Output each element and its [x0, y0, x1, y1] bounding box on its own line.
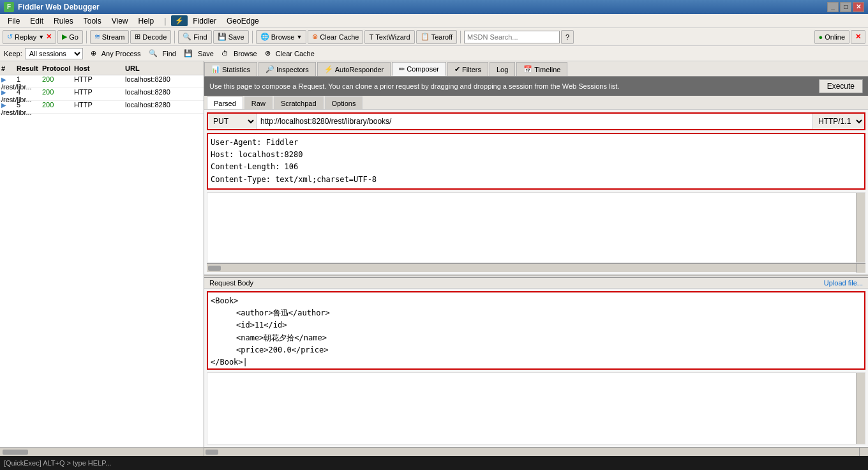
- clear-cache-button[interactable]: ⊗ Clear Cache: [308, 30, 363, 44]
- menu-help[interactable]: Help: [133, 15, 160, 27]
- session-host-5: localhost:8280: [125, 101, 202, 109]
- replay-button[interactable]: ↺ Replay ▼ ✕: [3, 30, 56, 44]
- tab-timeline[interactable]: 📅 Timeline: [516, 62, 567, 76]
- menu-tools[interactable]: Tools: [79, 15, 107, 27]
- composer-tab-options[interactable]: Options: [325, 96, 363, 109]
- decode-button[interactable]: ⊞ Decode: [130, 30, 171, 44]
- execute-button[interactable]: Execute: [819, 79, 863, 93]
- browse-sessions-label[interactable]: Browse: [234, 50, 257, 57]
- clear-cache-small-label[interactable]: Clear Cache: [276, 50, 315, 57]
- window-controls: _ □ ✕: [827, 2, 864, 12]
- keep-sessions-select[interactable]: All sessions 100 sessions 500 sessions: [25, 48, 83, 59]
- maximize-button[interactable]: □: [840, 2, 851, 12]
- table-row[interactable]: ▶ 4 200 HTTP localhost:8280 /rest/libr..…: [0, 88, 204, 101]
- close-button[interactable]: ✕: [853, 2, 864, 12]
- replay-x-icon[interactable]: ✕: [46, 33, 52, 41]
- header-user-agent: User-Agent: Fiddler: [211, 137, 862, 149]
- save-sessions-label[interactable]: Save: [198, 50, 214, 57]
- replay-dropdown-icon[interactable]: ▼: [38, 34, 44, 40]
- browse-button[interactable]: 🌐 Browse ▼: [256, 30, 307, 44]
- msdn-search-input[interactable]: [464, 31, 560, 43]
- stream-icon: ≋: [94, 33, 100, 41]
- method-url-bar: PUT GET POST DELETE HTTP/1.1 HTTP/1.0: [207, 112, 865, 130]
- http-version-select[interactable]: HTTP/1.1 HTTP/1.0: [812, 114, 864, 129]
- save-button[interactable]: 💾 Save: [213, 30, 249, 44]
- header-host: Host: localhost:8280: [211, 149, 862, 161]
- tearoff-button[interactable]: 📋 Tearoff: [416, 30, 457, 44]
- table-row[interactable]: ▶ 5 200 HTTP localhost:8280 /rest/libr..…: [0, 101, 204, 114]
- menu-rules[interactable]: Rules: [49, 15, 79, 27]
- session-result-4: 200: [42, 88, 74, 96]
- find-icon: 🔍: [183, 33, 191, 41]
- header-content-length: Content-Length: 106: [211, 161, 862, 173]
- url-input[interactable]: [257, 114, 812, 129]
- status-bar: [QuickExec] ALT+Q > type HELP...: [0, 456, 868, 470]
- decode-label: Decode: [142, 33, 167, 41]
- tab-log[interactable]: Log: [490, 62, 515, 76]
- decode-icon: ⊞: [135, 33, 140, 41]
- right-panel: 📊 Statistics 🔎 Inspectors ⚡ AutoResponde…: [204, 61, 868, 456]
- headers-h-scroll[interactable]: [207, 263, 865, 272]
- menu-edit[interactable]: Edit: [25, 15, 49, 27]
- any-process-label[interactable]: Any Process: [101, 50, 141, 57]
- online-button[interactable]: ● Online: [814, 30, 849, 44]
- request-body-label: Request Body: [209, 279, 253, 287]
- find-button[interactable]: 🔍 Find: [178, 30, 211, 44]
- http-method-select[interactable]: PUT GET POST DELETE: [208, 114, 257, 129]
- menu-file[interactable]: File: [3, 15, 25, 27]
- vertical-scrollbar-headers[interactable]: [856, 193, 865, 262]
- find-sessions-label[interactable]: Find: [163, 50, 176, 57]
- online-label: Online: [825, 33, 845, 41]
- help-icon: ?: [565, 33, 569, 41]
- title-bar: F Fiddler Web Debugger _ □ ✕: [0, 0, 868, 14]
- tearoff-label: Tearoff: [431, 33, 453, 41]
- body-h-scroll[interactable]: [204, 447, 868, 456]
- tab-statistics[interactable]: 📊 Statistics: [204, 62, 257, 76]
- minimize-button[interactable]: _: [827, 2, 839, 12]
- close-fiddler-button[interactable]: ✕: [851, 30, 865, 44]
- col-id: #: [1, 64, 17, 72]
- vertical-scrollbar-body[interactable]: [856, 373, 865, 444]
- save-label: Save: [228, 33, 244, 41]
- replay-label: Replay: [15, 33, 36, 41]
- filters-icon: ✔: [454, 65, 460, 73]
- tab-bar: 📊 Statistics 🔎 Inspectors ⚡ AutoResponde…: [204, 61, 868, 77]
- session-list: ▶ 1 200 HTTP localhost:8280 /rest/libr..…: [0, 75, 204, 447]
- composer-tab-raw[interactable]: Raw: [244, 96, 273, 109]
- help-button[interactable]: ?: [561, 30, 574, 44]
- session-protocol-4: HTTP: [74, 88, 125, 96]
- text-wizard-button[interactable]: T TextWizard: [364, 30, 414, 44]
- menu-fiddler[interactable]: Fiddler: [188, 15, 221, 27]
- menu-geoedge[interactable]: GeoEdge: [221, 15, 264, 27]
- tab-inspectors[interactable]: 🔎 Inspectors: [258, 62, 316, 76]
- left-horizontal-scrollbar[interactable]: [0, 447, 204, 456]
- col-url: URL: [125, 64, 202, 72]
- save-icon: 💾: [218, 33, 227, 41]
- body-line-6: </Book>|: [211, 356, 862, 368]
- replay-icon: ↺: [7, 33, 13, 41]
- browse-dropdown-icon[interactable]: ▼: [296, 34, 302, 40]
- composer-tab-parsed[interactable]: Parsed: [207, 96, 243, 109]
- tab-statistics-label: Statistics: [222, 66, 250, 73]
- headers-area[interactable]: User-Agent: Fiddler Host: localhost:8280…: [207, 133, 865, 190]
- separator-1: [86, 31, 87, 43]
- go-label: Go: [69, 33, 79, 41]
- tearoff-icon: 📋: [421, 33, 430, 41]
- col-host: Host: [74, 64, 125, 72]
- body-line-2: <author>鲁迅</author>: [211, 307, 862, 319]
- tab-filters[interactable]: ✔ Filters: [447, 62, 488, 76]
- table-row[interactable]: ▶ 1 200 HTTP localhost:8280 /rest/libr..…: [0, 75, 204, 88]
- menu-view[interactable]: View: [107, 15, 133, 27]
- info-message: Use this page to compose a Request. You …: [209, 82, 819, 90]
- request-body-content[interactable]: <Book> <author>鲁迅</author> <id>11</id> <…: [207, 291, 865, 370]
- inspectors-icon: 🔎: [266, 65, 274, 73]
- browse-icon: 🌐: [260, 33, 269, 41]
- stream-button[interactable]: ≋ Stream: [90, 30, 129, 44]
- tab-composer[interactable]: ✏ Composer: [392, 62, 446, 76]
- go-button[interactable]: ▶ Go: [57, 30, 83, 44]
- headers-scroll-area: [207, 192, 865, 263]
- tab-autoresponder[interactable]: ⚡ AutoResponder: [317, 62, 391, 76]
- composer-tab-scratchpad[interactable]: Scratchpad: [274, 96, 324, 109]
- upload-file-link[interactable]: Upload file...: [824, 279, 863, 287]
- session-url-5: /rest/libr...: [1, 109, 17, 116]
